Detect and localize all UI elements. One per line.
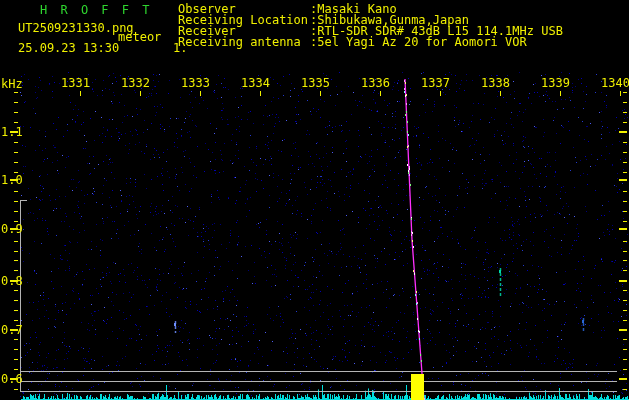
y-minor-tick-left <box>14 300 18 301</box>
x-tick-mark <box>200 91 201 96</box>
y-minor-tick-left <box>14 92 18 93</box>
trace-speck <box>409 168 410 170</box>
frame-datetime: 25.09.23 13:30 <box>18 42 119 54</box>
trace-speck <box>408 170 409 172</box>
y-minor-tick-left <box>14 102 18 103</box>
y-minor-tick-right <box>623 162 627 163</box>
y-minor-tick-left <box>14 251 18 252</box>
y-minor-tick-left <box>14 369 18 370</box>
y-minor-tick-left <box>14 241 18 242</box>
trace-speck <box>410 184 411 186</box>
y-major-tick-left <box>10 131 18 133</box>
y-major-tick-right <box>619 329 627 331</box>
trace-speck <box>411 231 412 233</box>
trace-speck <box>405 114 406 116</box>
x-tick-mark <box>260 91 261 96</box>
trace-speck <box>415 294 416 296</box>
receiving-antenna-value: :5el Yagi Az 20 for Aomori VOR <box>310 36 527 48</box>
x-tick-mark <box>560 91 561 96</box>
x-tick-mark <box>140 91 141 96</box>
y-minor-tick-right <box>623 359 627 360</box>
x-tick-mark <box>500 91 501 96</box>
y-minor-tick-left <box>14 290 18 291</box>
trace-speck <box>413 246 414 248</box>
trace-speck <box>406 94 407 96</box>
y-major-tick-right <box>619 280 627 282</box>
x-tick-mark <box>380 91 381 96</box>
trace-speck <box>413 270 414 272</box>
y-minor-tick-left <box>14 172 18 173</box>
y-minor-tick-left <box>14 142 18 143</box>
x-tick-label: 1338 <box>474 77 510 89</box>
y-minor-tick-right <box>623 142 627 143</box>
trace-speck <box>412 240 413 242</box>
y-minor-tick-left <box>14 221 18 222</box>
y-minor-tick-right <box>623 201 627 202</box>
y-minor-tick-right <box>623 221 627 222</box>
trace-speck <box>417 318 418 320</box>
y-minor-tick-right <box>623 339 627 340</box>
y-minor-tick-left <box>14 152 18 153</box>
spectrogram-overlay <box>0 0 629 400</box>
x-tick-label: 1334 <box>234 77 270 89</box>
y-minor-tick-right <box>623 369 627 370</box>
trace-speck <box>414 273 415 275</box>
y-minor-tick-right <box>623 92 627 93</box>
y-major-tick-left <box>10 179 18 181</box>
trace-speck <box>404 80 405 82</box>
x-tick-label: 1335 <box>294 77 330 89</box>
y-minor-tick-right <box>623 389 627 390</box>
faint-echo-left-bright-spot <box>174 323 176 326</box>
y-minor-tick-left <box>14 191 18 192</box>
trace-speck <box>404 91 405 93</box>
y-minor-tick-right <box>623 122 627 123</box>
y-major-tick-right <box>619 131 627 133</box>
trace-speck <box>409 174 410 176</box>
y-minor-tick-left <box>14 260 18 261</box>
y-minor-tick-left <box>14 122 18 123</box>
x-tick-label: 1336 <box>354 77 390 89</box>
trace-speck <box>405 95 406 97</box>
trace-speck <box>412 232 413 234</box>
y-major-tick-left <box>10 329 18 331</box>
y-major-tick-right <box>619 378 627 380</box>
x-tick-label: 1339 <box>534 77 570 89</box>
trace-speck <box>407 131 408 133</box>
y-minor-tick-left <box>14 270 18 271</box>
faint-echo-right-bright-spot <box>582 320 584 323</box>
y-minor-tick-left <box>14 310 18 311</box>
app-title: H R O F F T <box>40 4 152 16</box>
y-minor-tick-right <box>623 172 627 173</box>
y-minor-tick-left <box>14 349 18 350</box>
hrofft-screen: H R O F F T UT2509231330.png meteor 25.0… <box>0 0 629 400</box>
y-major-tick-left <box>10 280 18 282</box>
x-tick-mark <box>320 91 321 96</box>
trace-speck <box>416 303 417 305</box>
y-minor-tick-right <box>623 251 627 252</box>
y-minor-tick-left <box>14 112 18 113</box>
y-minor-tick-right <box>623 102 627 103</box>
trace-speck <box>408 145 409 147</box>
x-tick-label: 1333 <box>174 77 210 89</box>
carrier-drift-trace <box>405 79 424 400</box>
y-minor-tick-right <box>623 290 627 291</box>
x-tick-label: 1340 <box>594 77 629 89</box>
trace-speck <box>419 331 420 333</box>
y-major-tick-left <box>10 378 18 380</box>
y-minor-tick-right <box>623 211 627 212</box>
station-name: meteor <box>118 31 161 43</box>
y-minor-tick-left <box>14 320 18 321</box>
x-tick-mark <box>620 91 621 96</box>
trace-speck <box>420 354 421 356</box>
trace-speck <box>419 338 420 340</box>
y-minor-tick-left <box>14 359 18 360</box>
trace-speck <box>411 234 412 236</box>
y-minor-tick-right <box>623 241 627 242</box>
y-minor-tick-left <box>14 162 18 163</box>
trace-speck <box>407 146 408 148</box>
y-minor-tick-right <box>623 270 627 271</box>
trace-speck <box>418 330 419 332</box>
trace-speck <box>417 302 418 304</box>
y-minor-tick-right <box>623 349 627 350</box>
y-major-tick-right <box>619 228 627 230</box>
